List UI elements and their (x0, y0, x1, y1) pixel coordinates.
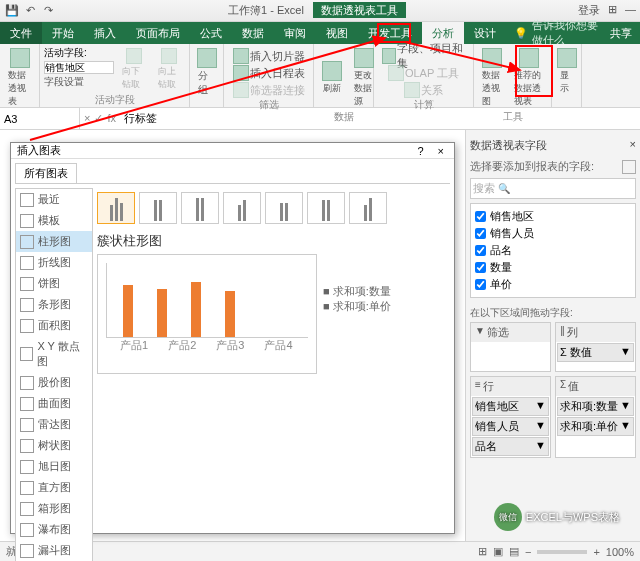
subtype-stacked[interactable] (139, 192, 177, 224)
drill-up-button: 向上钻取 (154, 46, 186, 93)
values-area[interactable]: Σ 值 求和项:数量▼ 求和项:单价▼ (555, 376, 636, 458)
type-waterfall[interactable]: 瀑布图 (16, 519, 92, 540)
active-field-input[interactable] (44, 61, 114, 74)
pivot-chart-icon (482, 48, 502, 68)
insert-timeline-button[interactable]: 插入日程表 (228, 65, 309, 81)
enter-formula-icon[interactable]: ✓ (94, 112, 103, 125)
slicer-icon (233, 48, 249, 64)
name-box[interactable]: A3 (0, 108, 80, 129)
type-area[interactable]: 面积图 (16, 315, 92, 336)
subtype-clustered[interactable] (97, 192, 135, 224)
subtype-3d[interactable] (349, 192, 387, 224)
template-icon (20, 214, 34, 228)
chart-type-list: 最近 模板 柱形图 折线图 饼图 条形图 面积图 X Y 散点图 股价图 曲面图… (15, 188, 93, 561)
bulb-icon: 💡 (514, 27, 528, 40)
tab-layout[interactable]: 页面布局 (126, 22, 190, 44)
type-histogram[interactable]: 直方图 (16, 477, 92, 498)
tab-view[interactable]: 视图 (316, 22, 358, 44)
group-button[interactable]: 分组 (194, 46, 219, 99)
fields-items-sets-button[interactable]: 字段、项目和集 (378, 48, 469, 64)
filter-area[interactable]: ▼ 筛选 (470, 322, 551, 372)
chart-preview[interactable]: 产品1产品2产品3产品4 (97, 254, 317, 374)
dialog-help-icon[interactable]: ? (417, 145, 423, 157)
redo-icon[interactable]: ↷ (40, 3, 56, 19)
active-field-label: 活动字段: (44, 46, 114, 60)
field-check-region[interactable]: 销售地区 (475, 208, 631, 225)
share-button[interactable]: 共享 (602, 22, 640, 44)
type-treemap[interactable]: 树状图 (16, 435, 92, 456)
type-line[interactable]: 折线图 (16, 252, 92, 273)
show-button[interactable]: 显示 (556, 46, 577, 97)
group-label-filter: 筛选 (228, 98, 309, 112)
fx-icon[interactable]: fx (107, 112, 116, 125)
field-settings-button[interactable]: 字段设置 (44, 75, 114, 89)
type-pie[interactable]: 饼图 (16, 273, 92, 294)
olap-tools-button: OLAP 工具 (378, 65, 469, 81)
group-label-calc: 计算 (378, 98, 469, 112)
dialog-close-icon[interactable]: × (434, 145, 448, 157)
tab-data[interactable]: 数据 (232, 22, 274, 44)
type-boxwhisker[interactable]: 箱形图 (16, 498, 92, 519)
type-funnel[interactable]: 漏斗图 (16, 540, 92, 561)
view-page-icon[interactable]: ▣ (493, 545, 503, 558)
field-check-price[interactable]: 单价 (475, 276, 631, 293)
pivot-chart-button[interactable]: 数据透视图 (478, 46, 506, 110)
filter-conn-icon (233, 82, 249, 98)
tab-insert[interactable]: 插入 (84, 22, 126, 44)
formula-input[interactable]: 行标签 (120, 111, 640, 126)
type-xy[interactable]: X Y 散点图 (16, 336, 92, 372)
recommend-pivot-button[interactable]: 推荐的数据透视表 (510, 46, 547, 110)
pane-close-icon[interactable]: × (630, 138, 636, 153)
zoom-level[interactable]: 100% (606, 546, 634, 558)
type-bar[interactable]: 条形图 (16, 294, 92, 315)
type-sunburst[interactable]: 旭日图 (16, 456, 92, 477)
tab-all-charts[interactable]: 所有图表 (15, 163, 77, 183)
subtype-3d-100[interactable] (307, 192, 345, 224)
field-check-name[interactable]: 品名 (475, 242, 631, 259)
col-item-values: Σ 数值▼ (557, 343, 634, 362)
columns-area[interactable]: ‖ 列Σ 数值▼ (555, 322, 636, 372)
cancel-formula-icon[interactable]: × (84, 112, 90, 125)
field-search-input[interactable]: 搜索 🔍 (470, 178, 636, 199)
field-check-qty[interactable]: 数量 (475, 259, 631, 276)
surface-icon (20, 397, 34, 411)
type-radar[interactable]: 雷达图 (16, 414, 92, 435)
type-recent[interactable]: 最近 (16, 189, 92, 210)
zoom-in-icon[interactable]: + (593, 546, 599, 558)
ribbon-options-icon[interactable]: ⊞ (608, 3, 617, 18)
row-item-name: 品名▼ (472, 437, 549, 456)
bar-icon (20, 298, 34, 312)
view-normal-icon[interactable]: ⊞ (478, 545, 487, 558)
type-column[interactable]: 柱形图 (16, 231, 92, 252)
view-break-icon[interactable]: ▤ (509, 545, 519, 558)
type-surface[interactable]: 曲面图 (16, 393, 92, 414)
field-check-sales[interactable]: 销售人员 (475, 225, 631, 242)
type-stock[interactable]: 股价图 (16, 372, 92, 393)
refresh-button[interactable]: 刷新 (318, 46, 346, 110)
tab-home[interactable]: 开始 (42, 22, 84, 44)
tab-formula[interactable]: 公式 (190, 22, 232, 44)
undo-icon[interactable]: ↶ (22, 3, 38, 19)
tell-me[interactable]: 💡告诉我你想要做什么 (506, 22, 602, 44)
field-list: 销售地区 销售人员 品名 数量 单价 (470, 203, 636, 298)
rows-area[interactable]: ≡ 行 销售地区▼ 销售人员▼ 品名▼ (470, 376, 551, 458)
pivot-field-pane: 数据透视表字段× 选择要添加到报表的字段: 搜索 🔍 销售地区 销售人员 品名 … (465, 130, 640, 541)
area-icon (20, 319, 34, 333)
subtype-3d-stacked[interactable] (265, 192, 303, 224)
subtype-row (97, 188, 450, 228)
pivot-table-button[interactable]: 数据透视表 (4, 46, 35, 110)
zoom-out-icon[interactable]: − (525, 546, 531, 558)
login-link[interactable]: 登录 (578, 3, 600, 18)
legend-price: 求和项:单价 (333, 300, 391, 312)
tab-design[interactable]: 设计 (464, 22, 506, 44)
subtype-100stacked[interactable] (181, 192, 219, 224)
minimize-icon[interactable]: — (625, 3, 636, 18)
gear-icon[interactable] (622, 160, 636, 174)
insert-slicer-button[interactable]: 插入切片器 (228, 48, 309, 64)
tab-review[interactable]: 审阅 (274, 22, 316, 44)
subtype-3d-clustered[interactable] (223, 192, 261, 224)
tab-file[interactable]: 文件 (0, 22, 42, 44)
zoom-slider[interactable] (537, 550, 587, 554)
save-icon[interactable]: 💾 (4, 3, 20, 19)
type-template[interactable]: 模板 (16, 210, 92, 231)
